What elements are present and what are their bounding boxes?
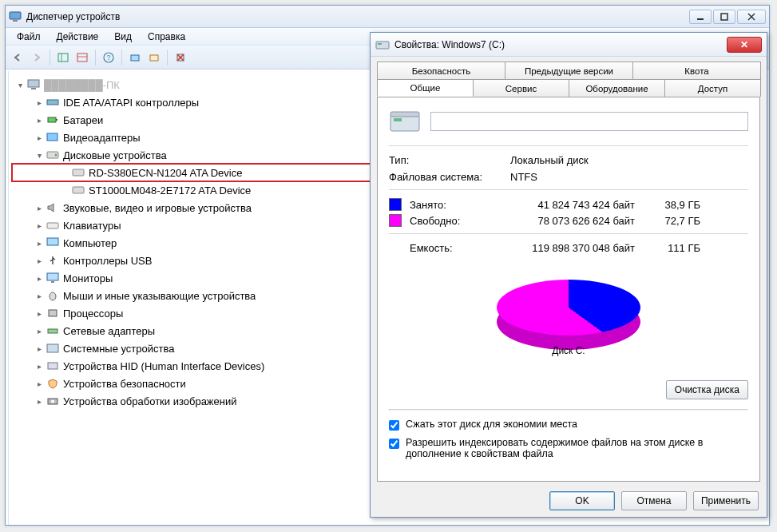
drive-large-icon: [389, 107, 421, 136]
free-human: 72,7 ГБ: [644, 215, 700, 227]
expand-icon[interactable]: ▸: [34, 326, 44, 335]
tb-help-icon[interactable]: ?: [100, 49, 117, 66]
svg-rect-19: [47, 100, 58, 105]
expand-icon[interactable]: ▸: [34, 97, 44, 107]
svg-rect-42: [390, 112, 419, 117]
expand-icon[interactable]: ▸: [34, 115, 44, 125]
tab-security[interactable]: Безопасность: [377, 62, 505, 79]
collapse-icon[interactable]: ▾: [34, 150, 44, 160]
svg-rect-41: [394, 118, 402, 121]
tb-back-icon[interactable]: [9, 49, 26, 66]
props-titlebar[interactable]: Свойства: Windows7 (C:) ✕: [371, 33, 767, 57]
used-swatch: [389, 198, 402, 211]
svg-rect-1: [13, 20, 18, 22]
props-footer: OK Отмена Применить: [549, 491, 759, 510]
disk-usage-pie: Диск C:: [389, 259, 748, 347]
hid-icon: [46, 359, 60, 372]
svg-point-37: [51, 400, 54, 403]
props-body: Безопасность Предыдущие версии Квота Общ…: [377, 62, 760, 482]
expand-icon[interactable]: ▸: [34, 361, 44, 371]
expand-icon[interactable]: ▸: [34, 343, 44, 353]
type-value: Локальный диск: [510, 154, 638, 166]
props-close-button[interactable]: ✕: [727, 37, 762, 53]
tab-sharing[interactable]: Доступ: [664, 79, 761, 97]
keyboard-icon: [46, 219, 60, 232]
compress-checkbox-row[interactable]: Сжать этот диск для экономии места: [389, 419, 748, 431]
collapse-icon[interactable]: ▾: [15, 80, 25, 89]
disk-icon: [71, 166, 85, 179]
menu-help[interactable]: Справка: [141, 30, 192, 44]
mouse-icon: [46, 289, 60, 302]
svg-point-24: [55, 154, 57, 157]
tb-uninstall-icon[interactable]: [172, 49, 189, 66]
maximize-button[interactable]: [713, 10, 735, 24]
index-label: Разрешить индексировать содержимое файло…: [406, 437, 748, 459]
expand-icon[interactable]: ▸: [34, 379, 44, 388]
menu-file[interactable]: Файл: [10, 30, 47, 44]
menu-view[interactable]: Вид: [108, 30, 138, 44]
computer-icon: [46, 236, 60, 249]
speaker-icon: [46, 201, 60, 214]
expand-icon[interactable]: ▸: [34, 273, 44, 283]
cpu-icon: [46, 307, 60, 320]
tabs-row-top: Безопасность Предыдущие версии Квота: [377, 62, 760, 79]
expand-icon[interactable]: ▸: [34, 256, 44, 265]
battery-icon: [46, 113, 60, 126]
display-adapter-icon: [46, 131, 60, 144]
window-buttons: [689, 10, 766, 24]
expand-icon[interactable]: ▸: [34, 308, 44, 318]
type-label: Тип:: [389, 154, 510, 166]
svg-rect-25: [73, 169, 84, 176]
controller-icon: [46, 96, 60, 109]
menu-action[interactable]: Действие: [50, 30, 105, 44]
apply-button[interactable]: Применить: [693, 491, 759, 510]
disk-cleanup-button[interactable]: Очистка диска: [666, 380, 748, 399]
disk-caption: Диск C:: [389, 345, 748, 356]
expand-icon[interactable]: ▸: [34, 238, 44, 248]
expand-icon[interactable]: ▸: [34, 133, 44, 142]
free-swatch: [389, 214, 402, 227]
tb-refresh-icon[interactable]: [145, 49, 163, 66]
usb-icon: [46, 254, 60, 267]
svg-rect-35: [48, 363, 57, 369]
svg-rect-33: [48, 329, 57, 333]
svg-rect-32: [49, 310, 57, 316]
expand-icon[interactable]: ▸: [34, 291, 44, 300]
ok-button[interactable]: OK: [549, 491, 615, 510]
compress-checkbox[interactable]: [389, 420, 399, 431]
svg-text:?: ?: [106, 54, 110, 62]
used-bytes: 41 824 743 424 байт: [509, 199, 644, 211]
tb-panel-icon[interactable]: [54, 49, 72, 66]
index-checkbox[interactable]: [389, 439, 399, 449]
expand-icon[interactable]: ▸: [34, 396, 44, 406]
capacity-label: Емкость:: [389, 242, 509, 254]
dm-titlebar[interactable]: Диспетчер устройств: [6, 6, 769, 28]
close-button[interactable]: [737, 10, 766, 24]
svg-rect-18: [31, 88, 36, 89]
expand-icon[interactable]: ▸: [34, 203, 44, 212]
svg-rect-26: [73, 187, 84, 193]
tab-previous-versions[interactable]: Предыдущие версии: [505, 62, 633, 79]
index-checkbox-row[interactable]: Разрешить индексировать содержимое файло…: [389, 437, 748, 459]
fs-label: Файловая система:: [389, 171, 510, 183]
camera-icon: [46, 395, 60, 407]
tab-panel-general: Тип:Локальный диск Файловая система:NTFS…: [377, 97, 760, 482]
tb-list-icon[interactable]: [73, 49, 91, 66]
drive-name-input[interactable]: [430, 112, 748, 131]
tab-hardware[interactable]: Оборудование: [569, 79, 665, 97]
svg-rect-8: [77, 54, 87, 62]
free-label: Свободно:: [410, 215, 509, 227]
capacity-human: 111 ГБ: [644, 242, 700, 254]
tab-general[interactable]: Общие: [377, 79, 474, 97]
tab-service[interactable]: Сервис: [473, 79, 569, 97]
svg-rect-3: [721, 14, 727, 20]
cancel-button[interactable]: Отмена: [621, 491, 687, 510]
tb-forward-icon[interactable]: [28, 49, 46, 66]
tab-quota[interactable]: Квота: [632, 62, 761, 79]
computer-icon: [9, 10, 22, 23]
expand-icon[interactable]: ▸: [34, 220, 44, 230]
disk-icon: [71, 184, 85, 197]
minimize-button[interactable]: [689, 10, 712, 24]
svg-rect-40: [390, 115, 419, 131]
tb-scan-icon[interactable]: [126, 49, 144, 66]
